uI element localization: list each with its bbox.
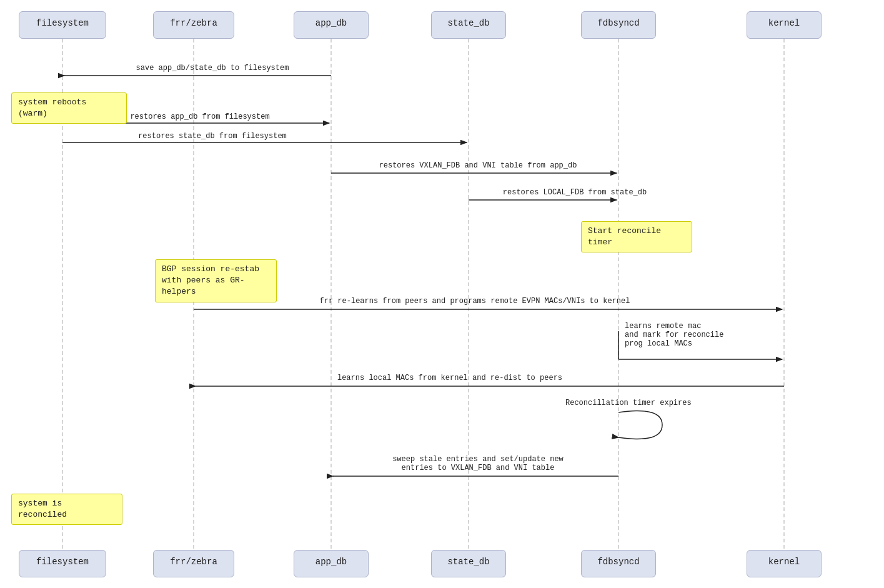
msg-label-8: learns local MACs from kernel and re-dis… bbox=[244, 374, 656, 382]
msg-label-4: restores VXLAN_FDB and VNI table from ap… bbox=[337, 161, 618, 170]
msg-label-10: sweep stale entries and set/update new e… bbox=[337, 455, 618, 472]
actor-filesystem-top: filesystem bbox=[19, 11, 106, 39]
actor-kernel-bottom: kernel bbox=[747, 550, 822, 577]
msg-label-6: frr re-learns from peers and programs re… bbox=[244, 297, 706, 306]
actor-fdbsyncd-top: fdbsyncd bbox=[581, 11, 656, 39]
msg-label-2: restores app_db from filesystem bbox=[81, 112, 319, 121]
actor-app-db-bottom: app_db bbox=[294, 550, 369, 577]
actor-frr-zebra-bottom: frr/zebra bbox=[153, 550, 234, 577]
actor-filesystem-bottom: filesystem bbox=[19, 550, 106, 577]
msg-label-5: restores LOCAL_FDB from state_db bbox=[469, 188, 681, 197]
msg-label-9: Reconcillation timer expires bbox=[565, 399, 703, 407]
actor-kernel-top: kernel bbox=[747, 11, 822, 39]
actor-app-db-top: app_db bbox=[294, 11, 369, 39]
actor-state-db-top: state_db bbox=[431, 11, 506, 39]
msg-label-7: learns remote mac and mark for reconcile… bbox=[625, 322, 781, 348]
sequence-diagram: filesystem frr/zebra app_db state_db fdb… bbox=[0, 0, 884, 588]
msg-label-1: save app_db/state_db to filesystem bbox=[94, 64, 331, 72]
msg-label-3: restores state_db from filesystem bbox=[81, 132, 344, 141]
note-system-reconciled: system is reconciled bbox=[11, 494, 122, 525]
actor-state-db-bottom: state_db bbox=[431, 550, 506, 577]
actor-fdbsyncd-bottom: fdbsyncd bbox=[581, 550, 656, 577]
note-bgp-session: BGP session re-estab with peers as GR-he… bbox=[155, 259, 277, 302]
note-start-reconcile: Start reconcile timer bbox=[581, 221, 692, 252]
actor-frr-zebra-top: frr/zebra bbox=[153, 11, 234, 39]
